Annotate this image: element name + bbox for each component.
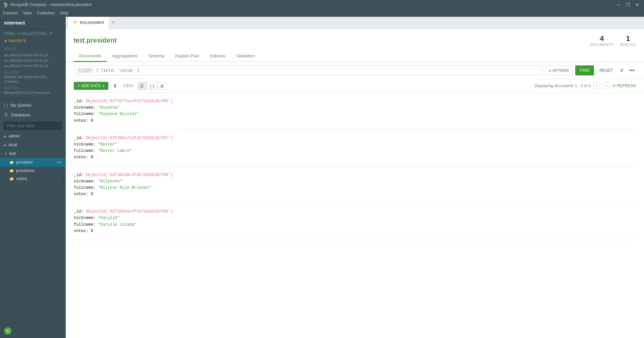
db-local[interactable]: ▶ local [0, 140, 66, 149]
titlebar-left: 🍃 MongoDB Compass - votereact/test.presi… [3, 2, 92, 7]
doc3-id: _id: ObjectId('62f383d8c4fd27d26810cf08'… [74, 172, 636, 178]
collection-title: test.president [74, 37, 117, 44]
collection-count: 3 COLLECTIONS [17, 32, 47, 36]
doc2-id: _id: ObjectId('62f388a7c4fd27d26810cf07'… [74, 135, 636, 142]
add-data-button[interactable]: + ADD DATA ▾ [74, 82, 108, 90]
collection-president[interactable]: 📁 president ••• [0, 158, 66, 167]
menu-view[interactable]: View [23, 11, 32, 15]
collection-stats: 4 DOCUMENTS 1 INDEXES [590, 34, 636, 47]
favorite-button[interactable]: ★ FAVORITE [0, 38, 66, 46]
sidebar: votereact 3 DBS 3 COLLECTIONS ↺ ★ FAVORI… [0, 17, 66, 338]
doc4-nickname: nickname: "Karylle" [74, 215, 636, 221]
filter-label[interactable]: FILTER [77, 68, 93, 73]
tab-bar: 📁 test.president + [66, 17, 644, 29]
refresh-sidebar-icon[interactable]: ↺ [49, 31, 52, 36]
document-4: _id: ObjectId('62f388e8c4fd27d26810cf09'… [74, 203, 636, 240]
db-admin[interactable]: ▶ admin [0, 132, 66, 140]
index-label: INDEXES [620, 43, 636, 47]
databases-icon: 🗄 [4, 112, 8, 117]
more-options-button[interactable]: ••• [628, 65, 636, 75]
history-button[interactable]: ↺ [618, 65, 625, 75]
main-content: 📁 test.president + test.president 4 DOCU… [66, 17, 644, 338]
edition-label: EDITION [0, 84, 66, 91]
db-local-label: local [9, 143, 17, 147]
tab-validation[interactable]: Validation [231, 51, 260, 62]
tab-indexes[interactable]: Indexes [205, 51, 231, 62]
queries-icon: { } [4, 103, 8, 108]
host-1: ac-p9fysz0-shard-00-00.yk... [0, 52, 66, 58]
db-test[interactable]: ▼ test [0, 149, 66, 158]
tab-collection-path: test.president [80, 20, 104, 25]
doc1-id: _id: ObjectId('62f387fec4fd27d26810cf05'… [74, 98, 636, 105]
refresh-button[interactable]: ↺ REFRESH [612, 83, 636, 88]
filter-input[interactable] [4, 122, 62, 130]
hosts-label: HOSTS [0, 46, 66, 52]
view-label: VIEW [123, 83, 133, 88]
tab-explain-plan[interactable]: Explain Plan [170, 51, 205, 62]
sidebar-bottom: + [0, 324, 66, 338]
menu-connect[interactable]: Connect [3, 11, 18, 15]
edition-value: MongoDB 5.0.10 Enterprise [0, 91, 66, 97]
pagination-text: Displaying documents 1 - 4 of 4 [534, 83, 591, 88]
collection-icon: 📁 [9, 177, 14, 181]
sidebar-filter-container [0, 120, 66, 132]
collection-name: president [87, 37, 117, 44]
document-1: _id: ObjectId('62f387fec4fd27d26810cf05'… [74, 93, 636, 130]
view-table-button[interactable]: ⊞ [158, 82, 167, 90]
minimize-button[interactable]: ─ [615, 1, 622, 8]
index-count: 1 [626, 34, 630, 43]
view-json-button[interactable]: { } [147, 82, 157, 90]
doc-label: DOCUMENTS [590, 43, 613, 47]
databases-label: Databases [11, 113, 30, 117]
workspace-name: votereact [0, 17, 66, 29]
titlebar-controls[interactable]: ─ ❐ ✕ [615, 1, 641, 8]
menu-collection[interactable]: Collection [37, 11, 55, 15]
sidebar-item-my-queries[interactable]: { } My Queries [0, 100, 66, 110]
nav-tabs: Documents Aggregations Schema Explain Pl… [66, 47, 644, 62]
collection-voters-label: voters [16, 176, 27, 181]
db-name: test [74, 37, 85, 44]
collection-voters[interactable]: 📁 voters [0, 175, 66, 183]
prev-page-button[interactable]: ‹ [593, 82, 600, 89]
add-tab-button[interactable]: + [109, 19, 118, 26]
db-count: 3 DBS [4, 32, 15, 36]
tab-documents-collection[interactable]: 📁 test.president [68, 17, 109, 29]
collection-presidents[interactable]: 📁 presidents [0, 167, 66, 175]
close-button[interactable]: ✕ [633, 1, 641, 8]
menubar: Connect View Collection Help [0, 9, 644, 17]
chevron-right-icon: ▶ [4, 143, 7, 147]
sidebar-item-databases[interactable]: 🗄 Databases [0, 110, 66, 120]
my-queries-label: My Queries [11, 103, 31, 108]
host-2: ac-p9fysz0-shard-00-01.yk... [0, 58, 66, 63]
collection-more-button[interactable]: ••• [57, 160, 62, 165]
menu-help[interactable]: Help [60, 11, 68, 15]
data-toolbar: + ADD DATA ▾ ⬇ VIEW ☰ { } ⊞ Displaying d… [66, 79, 644, 93]
options-button[interactable]: ▸ OPTIONS [546, 65, 573, 75]
collection-president-label: president [16, 160, 33, 165]
find-button[interactable]: FIND [575, 65, 594, 75]
view-list-button[interactable]: ☰ [137, 82, 147, 90]
filter-input-field[interactable] [96, 68, 540, 73]
chevron-right-icon: ▶ [4, 134, 7, 138]
collection-icon: 📁 [9, 169, 14, 173]
add-data-label: + ADD DATA [78, 83, 101, 88]
tab-aggregations[interactable]: Aggregations [107, 51, 143, 62]
sidebar-collapse-button[interactable]: ‹ [63, 171, 66, 184]
add-connection-button[interactable]: + [4, 327, 11, 335]
reset-button[interactable]: RESET [597, 65, 615, 75]
export-button[interactable]: ⬇ [111, 82, 119, 90]
cluster-value-1: Replica Set (atlas-8vvn5v-... [0, 75, 66, 79]
collection-presidents-label: presidents [16, 168, 35, 173]
maximize-button[interactable]: ❐ [624, 1, 632, 8]
tab-schema[interactable]: Schema [143, 51, 170, 62]
doc4-fullname: fullname: "Karylle Lozada" [74, 222, 636, 228]
next-page-button[interactable]: › [603, 82, 609, 89]
documents-stat: 4 DOCUMENTS [590, 34, 613, 47]
doc1-fullname: fullname: "Alyanna Nicolas" [74, 111, 636, 117]
tab-documents[interactable]: Documents [74, 51, 107, 62]
doc2-fullname: fullname: "Dexter Labra" [74, 148, 636, 154]
db-admin-label: admin [9, 134, 20, 138]
mongodb-icon: 🍃 [3, 2, 8, 7]
titlebar-title: MongoDB Compass - votereact/test.preside… [10, 2, 92, 7]
doc2-votes: votes: 0 [74, 154, 636, 161]
